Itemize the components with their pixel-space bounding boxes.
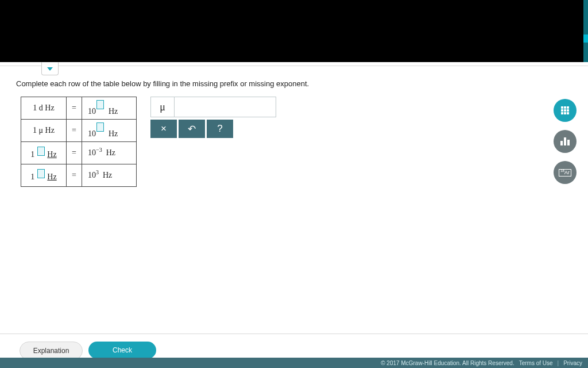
table-row: 1 μ Hz=10 Hz	[21, 120, 137, 142]
bottom-divider	[0, 334, 588, 334]
lhs-cell: 1 μ Hz	[21, 120, 67, 142]
equals-cell: =	[67, 120, 82, 142]
table-row: 1 d Hz=10 Hz	[21, 97, 137, 120]
bar-chart-icon	[560, 137, 570, 145]
prefix-exponent-table: 1 d Hz=10 Hz1 μ Hz=10 Hz1 Hz=10−3 Hz1 Hz…	[21, 97, 137, 187]
navigator-dropdown[interactable]	[41, 62, 59, 75]
rhs-cell: 103 Hz	[82, 164, 137, 187]
footer-privacy-link[interactable]: Privacy	[563, 360, 582, 366]
instruction-text: Complete each row of the table below by …	[16, 79, 309, 88]
header-black-bar	[0, 0, 583, 62]
rhs-cell: 10−3 Hz	[82, 142, 137, 164]
footer-copyright: © 2017 McGraw-Hill Education. All Rights…	[381, 360, 514, 366]
calculator-icon	[561, 106, 569, 114]
table-row: 1 Hz=10−3 Hz	[21, 142, 137, 164]
lhs-cell: 1 Hz	[21, 164, 67, 187]
prefix-input[interactable]	[37, 147, 45, 156]
footer-terms-link[interactable]: Terms of Use	[519, 360, 553, 366]
clear-button[interactable]: ×	[150, 120, 177, 138]
help-button[interactable]: ?	[207, 120, 233, 138]
equals-cell: =	[67, 142, 82, 164]
rhs-cell: 10 Hz	[82, 120, 137, 142]
prefix-input[interactable]	[37, 169, 45, 178]
table-row: 1 Hz=103 Hz	[21, 164, 137, 187]
check-button[interactable]: Check	[88, 342, 156, 359]
periodic-table-button[interactable]: 18Ar	[554, 161, 577, 184]
symbol-palette: μ × ↶ ?	[150, 97, 276, 138]
exponent-input[interactable]	[96, 100, 104, 109]
calculator-button[interactable]	[554, 99, 577, 122]
periodic-table-icon: 18Ar	[559, 169, 571, 177]
equals-cell: =	[67, 97, 82, 120]
footer-separator: |	[558, 360, 559, 366]
graph-button[interactable]	[554, 130, 577, 153]
equals-cell: =	[67, 164, 82, 187]
chevron-down-icon	[47, 67, 53, 71]
rhs-cell: 10 Hz	[82, 97, 137, 120]
lhs-cell: 1 Hz	[21, 142, 67, 164]
symbol-mu-button[interactable]: μ	[151, 97, 175, 117]
header-side-accent	[583, 34, 588, 43]
undo-button[interactable]: ↶	[179, 120, 205, 138]
lhs-cell: 1 d Hz	[21, 97, 67, 120]
header-divider	[0, 66, 588, 66]
symbol-palette-spacer	[175, 97, 276, 117]
exponent-input[interactable]	[96, 122, 104, 132]
footer-bar: © 2017 McGraw-Hill Education. All Rights…	[0, 358, 588, 368]
header-side-stripe	[583, 0, 588, 62]
tool-column: 18Ar	[554, 99, 577, 184]
